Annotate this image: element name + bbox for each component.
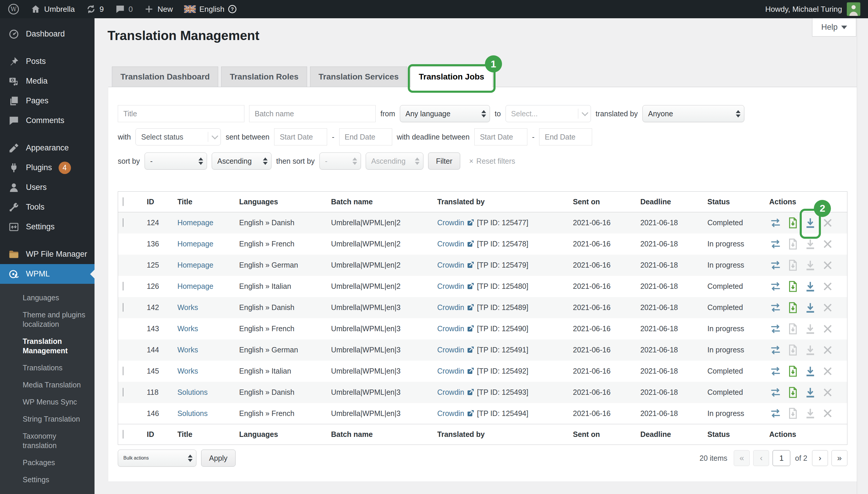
filter-button[interactable]: Filter	[428, 152, 460, 170]
job-title-link[interactable]: Homepage	[177, 218, 213, 227]
translator-link[interactable]: Crowdin	[437, 261, 464, 269]
submenu-item-wp-menus-sync[interactable]: WP Menus Sync	[23, 393, 89, 411]
sent-end-date-input[interactable]	[339, 128, 392, 146]
row-checkbox[interactable]	[123, 388, 124, 397]
download-icon[interactable]	[804, 407, 817, 420]
sync-icon[interactable]	[769, 280, 782, 293]
wordpress-menu[interactable]: W	[8, 3, 19, 15]
external-link-icon[interactable]	[467, 303, 475, 311]
deadline-start-date-input[interactable]	[474, 128, 527, 146]
sync-icon[interactable]	[769, 301, 782, 314]
tab-translation-services[interactable]: Translation Services	[310, 66, 407, 87]
translator-link[interactable]: Crowdin	[437, 388, 464, 396]
translator-link[interactable]: Crowdin	[437, 282, 464, 290]
site-name-link[interactable]: Umbrella	[31, 4, 75, 14]
export-translation-icon[interactable]	[787, 259, 799, 272]
submenu-item-translation-management[interactable]: Translation Management	[23, 333, 89, 359]
language-switcher[interactable]: English ?	[184, 5, 237, 14]
submenu-item-support[interactable]: Support	[23, 488, 89, 494]
translator-link[interactable]: Crowdin	[437, 324, 464, 333]
download-icon[interactable]	[804, 216, 817, 229]
apply-button[interactable]: Apply	[201, 450, 235, 467]
prev-page-button[interactable]: ‹	[753, 450, 769, 466]
cancel-icon[interactable]	[821, 259, 834, 272]
target-language-select[interactable]: Select...	[506, 105, 591, 122]
current-page-input[interactable]: 1	[773, 450, 790, 466]
sync-icon[interactable]	[769, 365, 782, 378]
external-link-icon[interactable]	[467, 367, 475, 375]
job-title-link[interactable]: Solutions	[177, 409, 208, 417]
translator-link[interactable]: Crowdin	[437, 346, 464, 354]
status-select[interactable]: Select status	[135, 128, 221, 146]
sidebar-item-media[interactable]: Media	[0, 71, 95, 91]
download-icon[interactable]	[804, 365, 817, 378]
download-icon[interactable]	[804, 386, 817, 399]
source-language-select[interactable]: Any language	[400, 105, 490, 122]
cancel-icon[interactable]	[821, 407, 834, 420]
job-title-link[interactable]: Homepage	[177, 282, 213, 290]
external-link-icon[interactable]	[467, 261, 475, 269]
download-icon[interactable]	[804, 344, 817, 357]
translator-link[interactable]: Crowdin	[437, 240, 464, 248]
translator-link[interactable]: Crowdin	[437, 303, 464, 311]
row-checkbox[interactable]	[123, 366, 124, 375]
sync-icon[interactable]	[769, 407, 782, 420]
external-link-icon[interactable]	[467, 388, 475, 396]
deadline-end-date-input[interactable]	[539, 128, 592, 146]
sidebar-item-plugins[interactable]: Plugins4	[0, 158, 95, 177]
cancel-icon[interactable]	[821, 386, 834, 399]
translator-link[interactable]: Crowdin	[437, 409, 464, 417]
sync-icon[interactable]	[769, 344, 782, 357]
submenu-item-string-translation[interactable]: String Translation	[23, 411, 89, 428]
sync-icon[interactable]	[769, 386, 782, 399]
download-icon[interactable]	[804, 322, 817, 335]
external-link-icon[interactable]	[467, 346, 475, 354]
job-title-link[interactable]: Works	[177, 303, 198, 311]
download-icon[interactable]	[804, 259, 817, 272]
select-all-checkbox[interactable]	[123, 430, 124, 439]
export-translation-icon[interactable]	[787, 238, 799, 250]
sync-icon[interactable]	[769, 238, 782, 250]
sidebar-item-dashboard[interactable]: Dashboard	[0, 24, 95, 44]
comments-link[interactable]: 0	[115, 4, 133, 14]
new-content-link[interactable]: New	[144, 4, 173, 14]
then-sort-field-select[interactable]: -	[319, 152, 361, 170]
submenu-item-translations[interactable]: Translations	[23, 359, 89, 376]
tab-translation-jobs[interactable]: Translation Jobs1	[410, 66, 493, 88]
submenu-item-theme-and-plugins-localization[interactable]: Theme and plugins localization	[23, 306, 89, 333]
sidebar-item-users[interactable]: Users	[0, 177, 95, 197]
reset-filters-link[interactable]: × Reset filters	[469, 157, 515, 166]
external-link-icon[interactable]	[467, 218, 475, 226]
sort-field-select[interactable]: -	[145, 152, 207, 170]
help-button[interactable]: Help	[812, 18, 856, 37]
export-translation-icon[interactable]	[787, 386, 799, 399]
batch-name-filter-input[interactable]	[249, 105, 376, 122]
sidebar-item-wpml[interactable]: WPML	[0, 264, 95, 284]
next-page-button[interactable]: ›	[812, 450, 828, 466]
sync-icon[interactable]	[769, 259, 782, 272]
cancel-icon[interactable]	[821, 238, 834, 250]
translator-link[interactable]: Crowdin	[437, 367, 464, 375]
cancel-icon[interactable]	[821, 216, 834, 229]
job-title-link[interactable]: Works	[177, 346, 198, 354]
cancel-icon[interactable]	[821, 280, 834, 293]
export-translation-icon[interactable]	[787, 280, 799, 293]
then-sort-direction-select[interactable]: Ascending	[366, 152, 423, 170]
external-link-icon[interactable]	[467, 240, 475, 248]
download-icon[interactable]	[804, 301, 817, 314]
updates-link[interactable]: 9	[86, 4, 103, 14]
job-title-link[interactable]: Homepage	[177, 261, 213, 269]
sidebar-item-settings[interactable]: Settings	[0, 217, 95, 237]
job-title-link[interactable]: Solutions	[177, 388, 208, 396]
sidebar-item-posts[interactable]: Posts	[0, 52, 95, 71]
download-icon[interactable]	[804, 280, 817, 293]
sidebar-item-tools[interactable]: Tools	[0, 197, 95, 217]
download-icon[interactable]	[804, 238, 817, 250]
external-link-icon[interactable]	[467, 324, 475, 332]
sidebar-item-pages[interactable]: Pages	[0, 91, 95, 111]
external-link-icon[interactable]	[467, 409, 475, 417]
submenu-item-media-translation[interactable]: Media Translation	[23, 376, 89, 393]
bulk-actions-select[interactable]: Bulk actions	[118, 450, 196, 467]
job-title-link[interactable]: Homepage	[177, 240, 213, 248]
row-checkbox[interactable]	[123, 282, 124, 290]
